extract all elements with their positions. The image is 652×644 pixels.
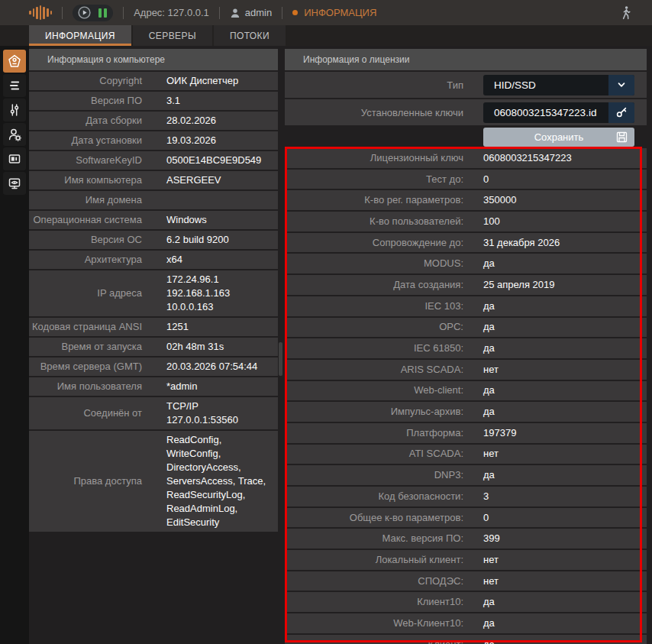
save-row: Сохранить	[285, 127, 647, 147]
tab-streams[interactable]: ПОТОКИ	[214, 25, 286, 46]
info-row: Версия ПО 3.1	[29, 92, 278, 110]
license-type-select[interactable]: HID/SSD	[483, 75, 634, 95]
license-row: Импульс-архив: да	[285, 402, 647, 422]
tuning-sliders-icon	[8, 103, 21, 117]
breadcrumb[interactable]: ИНФОРМАЦИЯ	[292, 7, 376, 18]
walking-person-icon[interactable]	[620, 5, 632, 21]
row-value: ReadConfig, WriteConfig, DirectoryAccess…	[150, 431, 270, 532]
tab-bar: ИНФОРМАЦИЯ СЕРВЕРЫ ПОТОКИ	[0, 25, 652, 46]
license-row: Сопровождение до: 31 декабря 2026	[285, 233, 647, 253]
save-button-label: Сохранить	[534, 131, 584, 143]
license-row: Макс. версия ПО: 399	[285, 529, 647, 549]
user-icon	[230, 8, 240, 18]
license-row: OPC: да	[285, 318, 647, 338]
sidebar-item-monitor[interactable]	[3, 172, 26, 195]
row-value: 100	[473, 212, 505, 231]
row-value: 0	[473, 509, 493, 527]
row-label: Лицензионный ключ	[285, 149, 473, 167]
tab-information[interactable]: ИНФОРМАЦИЯ	[29, 25, 131, 46]
info-row: Имя домена	[29, 191, 278, 209]
row-label: Соединён от	[29, 404, 150, 422]
info-row: IP адреса 172.24.96.1 192.168.1.163 10.0…	[29, 270, 278, 316]
row-value: 3	[473, 487, 493, 506]
row-label: IEC 61850:	[285, 339, 473, 358]
sidebar-item-servers[interactable]	[3, 74, 26, 97]
row-label: Время от запуска	[29, 338, 150, 356]
chevron-down-icon[interactable]	[608, 75, 634, 95]
row-value: 1251	[150, 318, 193, 336]
row-label: ATI SCADA:	[285, 445, 473, 463]
main-area: Информация о компьютере Copyright ОИК Ди…	[0, 46, 652, 644]
row-value: *admin	[150, 377, 202, 396]
row-value: ОИК Диспетчер	[150, 72, 243, 90]
row-value: x64	[150, 251, 187, 269]
user-menu[interactable]: admin	[230, 7, 272, 18]
play-icon[interactable]	[78, 6, 91, 19]
info-row: Время от запуска 02h 48m 31s	[29, 338, 278, 356]
monitor-eye-icon	[8, 176, 21, 190]
row-label: Дата создания:	[285, 276, 473, 294]
app-logo-icon	[29, 5, 52, 20]
row-label: Тест до:	[285, 170, 473, 189]
row-label: ARIS SCADA:	[285, 361, 473, 379]
sidebar-item-license-card[interactable]	[3, 147, 26, 170]
row-label: Имя компьютера	[29, 171, 150, 189]
key-icon[interactable]	[608, 102, 634, 123]
computer-info-rows: Copyright ОИК Диспетчер Версия ПО 3.1 Да…	[29, 72, 278, 532]
installed-keys-row: Установленные ключи 0608003215347223.id	[285, 99, 647, 125]
license-info-title: Информация о лицензии	[285, 49, 647, 70]
row-value: 28.02.2026	[150, 112, 221, 130]
info-row: Дата сборки 28.02.2026	[29, 112, 278, 130]
row-value: 20.03.2026 07:54:44	[150, 358, 262, 376]
license-row: Общее к-во параметров: 0	[285, 508, 647, 528]
license-row: Клиент: да	[285, 635, 647, 644]
info-row: Имя пользователя *admin	[29, 377, 278, 396]
row-label: Клиент:	[285, 636, 473, 644]
row-value	[150, 198, 171, 202]
row-label: Кодовая страница ANSI	[29, 318, 150, 336]
scrollbar-thumb[interactable]	[279, 342, 282, 376]
row-label: СПОДЭС:	[285, 572, 473, 591]
sidebar-item-tuning[interactable]	[3, 99, 26, 121]
divider	[219, 7, 220, 19]
info-row: SoftwareKeyID 0500E14BC9E9D549	[29, 151, 278, 170]
divider	[62, 7, 63, 19]
run-state-control[interactable]	[73, 5, 113, 21]
row-value: 197379	[473, 424, 521, 442]
license-row: Локальный клиент: нет	[285, 550, 647, 570]
row-value: да	[473, 636, 499, 644]
user-gear-icon	[8, 128, 22, 142]
row-label: Дата сборки	[29, 112, 150, 130]
row-value: 02h 48m 31s	[150, 338, 228, 356]
server-address: Адрес: 127.0.0.1	[134, 7, 209, 18]
scrollbar-track[interactable]	[278, 46, 285, 644]
info-row: Время сервера (GMT) 20.03.2026 07:54:44	[29, 358, 278, 376]
computer-info-title: Информация о компьютере	[29, 49, 278, 70]
divider	[123, 7, 124, 19]
license-row: Клиент10: да	[285, 592, 647, 612]
row-label: Имя пользователя	[29, 377, 150, 396]
row-label: Макс. версия ПО:	[285, 529, 473, 548]
info-row: Операционная система Windows	[29, 211, 278, 229]
row-label: Клиент10:	[285, 593, 473, 611]
row-label: Код безопасности:	[285, 487, 473, 506]
row-value: 6.2 build 9200	[150, 231, 234, 249]
sidebar-item-security-badge[interactable]	[3, 50, 26, 73]
info-row: Copyright ОИК Диспетчер	[29, 72, 278, 90]
tab-servers[interactable]: СЕРВЕРЫ	[133, 25, 212, 46]
save-button[interactable]: Сохранить	[483, 128, 634, 147]
installed-keys-field[interactable]: 0608003215347223.id	[483, 102, 634, 123]
info-row: Соединён от TCP/IP 127.0.0.1:53560	[29, 397, 278, 429]
row-label: Дата установки	[29, 131, 150, 150]
row-value: да	[473, 381, 499, 400]
license-row: Web-client: да	[285, 381, 647, 401]
info-row: Имя компьютера ASERGEEV	[29, 171, 278, 189]
row-value: да	[473, 466, 499, 484]
pause-icon[interactable]	[98, 8, 108, 18]
row-label: Web-Клиент10:	[285, 614, 473, 633]
left-sidebar	[0, 46, 29, 644]
license-row: Дата создания: 25 апреля 2019	[285, 275, 647, 295]
row-label: IEC 103:	[285, 297, 473, 316]
sidebar-item-users[interactable]	[3, 123, 26, 146]
info-row: Кодовая страница ANSI 1251	[29, 318, 278, 336]
